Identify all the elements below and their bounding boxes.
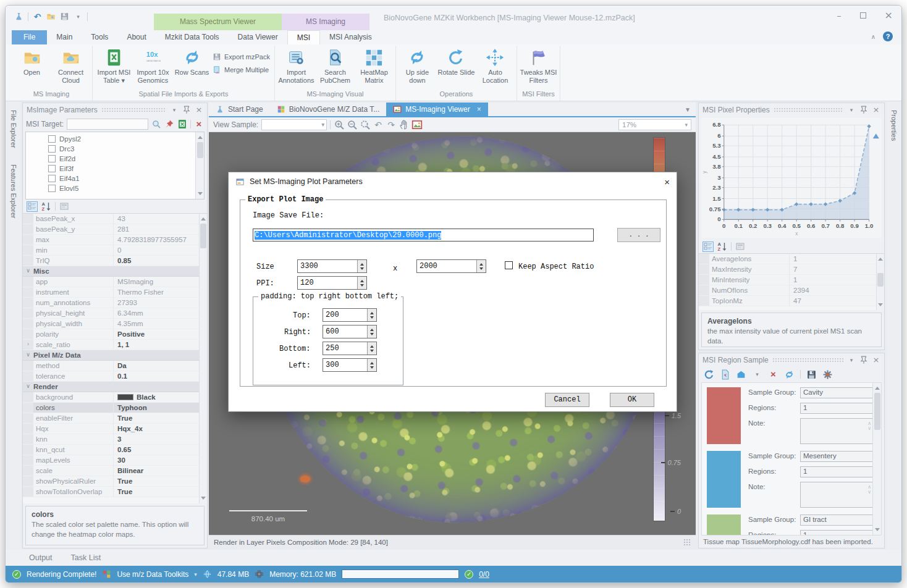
padding-left-spinner[interactable]: 300 bbox=[323, 358, 377, 372]
property-row-physical-height[interactable]: physical_height6.34mm bbox=[23, 308, 207, 319]
msi-target-input[interactable] bbox=[67, 119, 148, 130]
property-value[interactable]: 4.7928318977355957 bbox=[114, 235, 199, 245]
property-row-app[interactable]: appMSImaging bbox=[23, 277, 207, 287]
bottom-tab-task-list[interactable]: Task List bbox=[71, 553, 101, 562]
categorized-icon[interactable] bbox=[702, 242, 714, 252]
sample-group-input[interactable]: GI tract bbox=[800, 514, 873, 526]
regions-input[interactable]: 1 bbox=[800, 530, 873, 536]
property-value[interactable]: 43 bbox=[114, 214, 199, 224]
ppi-spinner[interactable]: 120 bbox=[297, 276, 367, 290]
panel-menu-icon[interactable]: ▾ bbox=[847, 106, 856, 114]
sample-color-swatch[interactable] bbox=[707, 451, 741, 508]
property-value[interactable]: Typhoon bbox=[114, 403, 199, 413]
property-row-max[interactable]: max4.7928318977355957 bbox=[23, 235, 207, 245]
ribbon-tab-tools[interactable]: Tools bbox=[82, 30, 117, 44]
property-value[interactable]: 0.1 bbox=[114, 371, 199, 381]
grid-scrollbar[interactable] bbox=[876, 254, 884, 310]
close-icon[interactable]: × bbox=[872, 356, 880, 364]
image-save-file-input[interactable]: C:\Users\Administrator\Desktop\29.0000.p… bbox=[253, 229, 594, 242]
property-value[interactable]: 7 bbox=[790, 264, 876, 274]
checkbox[interactable] bbox=[48, 145, 56, 153]
property-value[interactable]: 1 bbox=[790, 254, 876, 264]
tab-list-caret-icon[interactable]: ▼ bbox=[685, 106, 691, 113]
property-value[interactable]: Thermo Fisher bbox=[114, 287, 199, 297]
target-item-eif4a1[interactable]: Eif4a1 bbox=[48, 174, 204, 183]
size-height-spinner[interactable]: 2000 bbox=[416, 259, 486, 273]
ribbon-button-up-side-down[interactable]: Up side down bbox=[398, 48, 437, 85]
checkbox[interactable] bbox=[48, 165, 56, 172]
list-scrollbar[interactable] bbox=[195, 132, 204, 199]
property-value[interactable]: 30 bbox=[114, 455, 199, 465]
property-value[interactable]: 1, 1 bbox=[114, 340, 199, 350]
ribbon-tab-msi-analysis[interactable]: MSI Analysis bbox=[320, 30, 381, 44]
excel-sm-icon[interactable] bbox=[177, 119, 187, 129]
property-category-misc[interactable]: ∨Misc bbox=[23, 266, 207, 277]
document-tab-bionovogene-m-z-data-t[interactable]: BioNovoGene M/Z Data T... bbox=[270, 103, 387, 116]
property-value[interactable]: 0.85 bbox=[114, 256, 199, 266]
ribbon-button-import-annotations[interactable]: Import Annotations bbox=[277, 48, 316, 85]
property-value[interactable]: 1 bbox=[790, 275, 876, 285]
property-row-enablefilter[interactable]: enableFilterTrue bbox=[23, 413, 207, 424]
property-row-showphysicalruler[interactable]: showPhysicalRulerTrue bbox=[23, 476, 207, 487]
toolkit-caret-icon[interactable]: ▾ bbox=[194, 571, 197, 578]
document-tab-ms-imaging-viewer[interactable]: MS-Imaging Viewer× bbox=[386, 103, 488, 116]
note-textarea[interactable]: ∧∨ bbox=[800, 482, 873, 508]
ribbon-button-search-pubchem[interactable]: Search PubChem bbox=[316, 48, 355, 85]
target-item-dpysl2[interactable]: Dpysl2 bbox=[48, 134, 204, 144]
property-row-physical-width[interactable]: physical_width4.35mm bbox=[23, 319, 207, 329]
quick-access-flask-icon[interactable] bbox=[14, 12, 23, 21]
property-row-showtotalionoverlap[interactable]: showTotalIonOverlapTrue bbox=[23, 487, 207, 497]
property-value[interactable]: 4.35mm bbox=[114, 319, 199, 329]
property-row-background[interactable]: backgroundBlack bbox=[23, 392, 207, 403]
property-row-polarity[interactable]: polarityPositive bbox=[23, 329, 207, 340]
minimize-button[interactable]: – bbox=[837, 10, 842, 20]
ribbon-button-rotate-slide[interactable]: Rotate Slide bbox=[437, 48, 476, 77]
close-button[interactable]: × bbox=[885, 9, 893, 21]
checkbox[interactable] bbox=[48, 155, 56, 162]
property-row-triq[interactable]: TrIQ0.85 bbox=[23, 256, 207, 266]
property-value[interactable]: 6.34mm bbox=[114, 308, 199, 318]
size-width-spinner[interactable]: 3300 bbox=[297, 259, 367, 273]
gear-icon[interactable] bbox=[822, 369, 833, 380]
panel-menu-icon[interactable]: ▾ bbox=[170, 106, 179, 114]
property-value[interactable]: True bbox=[114, 487, 199, 497]
ribbon-tab-main[interactable]: Main bbox=[47, 30, 82, 44]
property-value[interactable]: Da bbox=[114, 361, 199, 371]
padding-bottom-spinner[interactable]: 250 bbox=[323, 342, 377, 355]
property-row-maplevels[interactable]: mapLevels30 bbox=[23, 455, 207, 466]
red-x-icon[interactable]: × bbox=[194, 119, 204, 129]
image-icon[interactable] bbox=[411, 119, 423, 130]
redo-arc-icon[interactable]: ↷ bbox=[386, 119, 397, 130]
close-tab-icon[interactable]: × bbox=[477, 105, 481, 114]
zoom-out-icon[interactable] bbox=[347, 119, 358, 130]
padding-top-spinner[interactable]: 200 bbox=[323, 308, 377, 322]
property-row-scale[interactable]: scaleBilinear bbox=[23, 466, 207, 476]
ribbon-tab-about[interactable]: About bbox=[117, 30, 155, 44]
browse-button[interactable]: . . . bbox=[617, 228, 660, 242]
zoom-level-combo[interactable]: 17%▾ bbox=[618, 119, 691, 130]
target-item-drc3[interactable]: Drc3 bbox=[48, 144, 204, 154]
property-row-averageions[interactable]: AverageIons1 bbox=[699, 254, 884, 264]
prop-page-icon[interactable] bbox=[59, 201, 70, 212]
ribbon-tab-file[interactable]: File bbox=[12, 30, 47, 44]
property-row-colors[interactable]: colorsTyphoon bbox=[23, 403, 207, 413]
panel-menu-icon[interactable]: ▾ bbox=[847, 356, 856, 364]
view-sample-combo[interactable]: ▾ bbox=[261, 119, 327, 130]
property-value[interactable]: 47 bbox=[790, 296, 876, 306]
caret-down-icon[interactable]: ▾ bbox=[752, 369, 762, 380]
categorized-icon[interactable] bbox=[27, 201, 38, 212]
list-scrollbar[interactable] bbox=[872, 383, 881, 535]
property-category-render[interactable]: ∨Render bbox=[23, 382, 207, 392]
property-value[interactable]: Bilinear bbox=[114, 466, 199, 476]
ribbon-button-row-scans[interactable]: Row Scans bbox=[172, 48, 211, 77]
az-sort-icon[interactable]: AZ bbox=[41, 201, 52, 212]
property-row-knn-qcut[interactable]: knn_qcut0.65 bbox=[23, 445, 207, 455]
property-category-pixel-m-z-data[interactable]: ∨Pixel M/z Data bbox=[23, 350, 207, 361]
property-row-minintensity[interactable]: MinIntensity1 bbox=[699, 275, 884, 285]
property-value[interactable]: 27393 bbox=[114, 298, 199, 308]
padding-right-spinner[interactable]: 600 bbox=[323, 325, 377, 338]
property-row-maxintensity[interactable]: MaxIntensity7 bbox=[699, 264, 884, 275]
dock-tab-properties[interactable]: Properties bbox=[890, 106, 898, 145]
pin-icon[interactable] bbox=[859, 106, 868, 114]
document-tab-start-page[interactable]: Start Page bbox=[209, 103, 270, 116]
